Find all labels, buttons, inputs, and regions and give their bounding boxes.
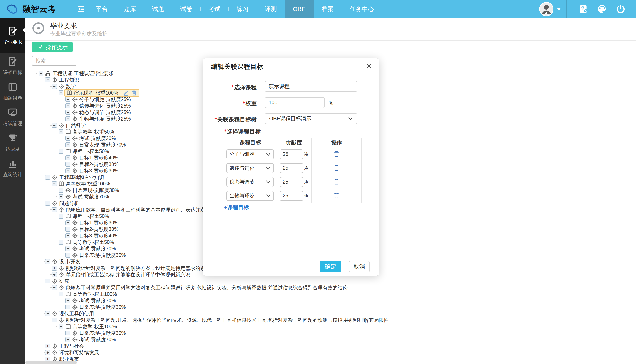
- tree-expander[interactable]: −: [65, 116, 70, 121]
- tree-expander[interactable]: +: [45, 357, 50, 362]
- tree-node-box[interactable]: 日常表现-贡献度70%: [71, 142, 127, 148]
- tree-node-box[interactable]: 设计/开发: [51, 258, 81, 265]
- tree-expander[interactable]: −: [65, 136, 70, 141]
- tree-node-box[interactable]: 目标2-贡献度30%: [71, 161, 119, 168]
- tree-expander[interactable]: −: [65, 97, 70, 102]
- tree-expander[interactable]: +: [52, 272, 57, 277]
- tree-expander[interactable]: −: [59, 240, 64, 244]
- tree-node-box[interactable]: 遗传与进化-贡献度25%: [71, 102, 132, 109]
- tree-node-box[interactable]: 目标1-贡献度40%: [71, 154, 119, 161]
- tree-node-box[interactable]: 考试-贡献度70%: [71, 336, 117, 343]
- contribution-input[interactable]: [280, 177, 303, 187]
- tree-expander[interactable]: −: [65, 337, 70, 342]
- tree-expander[interactable]: −: [52, 84, 57, 89]
- tree-node-box[interactable]: 能够针对复杂工程问题,开发、选择与使用恰当的技术、资源、现代工程工具和信息技术工…: [58, 317, 390, 323]
- tree-expander[interactable]: −: [52, 207, 57, 212]
- delete-row-trash-icon[interactable]: [333, 192, 340, 199]
- tree-expander[interactable]: −: [65, 156, 70, 160]
- tree-node-box[interactable]: 能够应用数学、自然科学和工程科学的基本原理识别、表达并通过文献: [58, 206, 221, 213]
- tree-expander[interactable]: −: [45, 78, 50, 82]
- nav-item[interactable]: OBE: [285, 0, 314, 18]
- tree-expander[interactable]: −: [45, 201, 50, 206]
- tree-node-box[interactable]: 课程一-权重50%: [64, 213, 110, 220]
- tree-expander[interactable]: −: [59, 292, 64, 296]
- tree-expander[interactable]: −: [45, 279, 50, 284]
- tree-node-box[interactable]: 日常表现-贡献度30%: [71, 252, 127, 258]
- tree-expander[interactable]: −: [65, 233, 70, 238]
- delete-row-trash-icon[interactable]: [333, 150, 340, 157]
- tree-expander[interactable]: −: [52, 285, 57, 290]
- contribution-input[interactable]: [280, 163, 303, 173]
- tree-expander[interactable]: −: [59, 214, 64, 218]
- tree-node-box[interactable]: 单元(部件)或工艺流程,并能够在设计环节中体现创新意识: [58, 272, 191, 278]
- weight-input[interactable]: [265, 97, 325, 108]
- tree-expander[interactable]: −: [59, 130, 64, 134]
- nav-item[interactable]: 平台: [88, 0, 116, 18]
- delete-row-trash-icon[interactable]: [333, 164, 340, 171]
- tree-expander[interactable]: −: [59, 188, 64, 192]
- avatar-caret-icon[interactable]: [557, 8, 561, 10]
- objective-select[interactable]: 生物与环境: [226, 191, 274, 201]
- objective-select[interactable]: 稳态与调节: [226, 177, 274, 187]
- objective-tree-select[interactable]: OBE课程目标演示: [265, 113, 357, 124]
- sidebar-item[interactable]: 课程目标: [0, 54, 25, 79]
- tree-node-box[interactable]: 能够设计针对复杂工程问题的解决方案，设计满足特定需求的系统: [58, 265, 211, 272]
- theme-palette-icon[interactable]: [597, 4, 607, 14]
- edit-pencil-icon[interactable]: [123, 90, 129, 96]
- contribution-input[interactable]: [280, 149, 303, 159]
- tree-node-box[interactable]: 稳态与调节-贡献度25%: [71, 109, 132, 116]
- tree-node-box[interactable]: 日常表现-贡献度30%: [64, 187, 120, 194]
- tree-expander[interactable]: −: [45, 311, 50, 316]
- power-logout-icon[interactable]: [616, 4, 625, 14]
- close-icon[interactable]: ✕: [364, 62, 374, 71]
- nav-item[interactable]: 任务中心: [342, 0, 382, 18]
- delete-row-trash-icon[interactable]: [333, 178, 340, 185]
- nav-item[interactable]: 考试: [200, 0, 228, 18]
- tree-search-input[interactable]: [32, 56, 76, 66]
- operation-tips-button[interactable]: 操作提示: [32, 42, 73, 52]
- tree-expander[interactable]: −: [59, 149, 64, 154]
- tree-node-box[interactable]: 目标3-贡献度30%: [71, 168, 119, 174]
- tree-expander[interactable]: −: [65, 298, 70, 303]
- sidebar-item[interactable]: 抽题组卷: [0, 79, 25, 104]
- tree-node-box[interactable]: 自然科学: [58, 122, 87, 128]
- tree-expander[interactable]: −: [45, 175, 50, 180]
- nav-item[interactable]: 评测: [257, 0, 285, 18]
- tree-node-box[interactable]: 环境和可持续发展: [51, 349, 100, 356]
- tree-node-box[interactable]: 工程基础和专业知识: [51, 174, 105, 180]
- tree-node-box[interactable]: 目标2-贡献度30%: [71, 226, 119, 232]
- tree-node-box[interactable]: 课程一-权重50%: [64, 148, 110, 154]
- tree-expander[interactable]: +: [52, 266, 57, 270]
- tree-node-box[interactable]: 分子与细胞-贡献度25%: [71, 96, 132, 102]
- tree-node-box[interactable]: 考试-贡献度70%: [71, 297, 117, 304]
- tree-expander[interactable]: −: [65, 305, 70, 310]
- contribution-input[interactable]: [280, 191, 303, 201]
- tree-expander[interactable]: −: [39, 71, 43, 76]
- tree-node-box[interactable]: 工程与社会: [51, 343, 85, 349]
- nav-item[interactable]: 练习: [228, 0, 257, 18]
- tree-node-box[interactable]: 日常表现-贡献度30%: [71, 330, 127, 336]
- tree-node-box[interactable]: 能够基于科学原理并采用科学方法对复杂工程问题进行研究,包括设计实验、分析与解释数…: [58, 284, 348, 291]
- tree-node-box[interactable]: 高等数学-权重100%: [58, 180, 111, 187]
- objective-select[interactable]: 分子与细胞: [226, 149, 274, 159]
- tree-node-box[interactable]: 目标3-贡献度40%: [71, 232, 119, 239]
- tree-expander[interactable]: −: [59, 324, 64, 329]
- tree-expander[interactable]: −: [65, 227, 70, 232]
- tree-expander[interactable]: −: [52, 318, 57, 322]
- tree-expander[interactable]: −: [65, 168, 70, 173]
- tree-expander[interactable]: −: [59, 194, 64, 199]
- course-input[interactable]: [265, 81, 357, 92]
- tree-expander[interactable]: −: [52, 123, 57, 128]
- tree-expander[interactable]: −: [65, 331, 70, 336]
- tree-node-box[interactable]: 研究: [51, 278, 70, 284]
- tree-node-box[interactable]: 数学: [58, 83, 77, 90]
- tree-node-box[interactable]: 考试-贡献度70%: [71, 246, 117, 252]
- sidebar-item[interactable]: 达成度: [0, 130, 25, 156]
- collapse-menu-icon[interactable]: [77, 5, 86, 14]
- tree-expander[interactable]: −: [45, 259, 50, 264]
- tree-node-box[interactable]: 高等数学-权重100%: [64, 323, 118, 330]
- tree-expander[interactable]: −: [52, 181, 57, 186]
- tree-expander[interactable]: −: [65, 142, 70, 147]
- tree-node-box[interactable]: 高等数学-权重50%: [64, 128, 115, 135]
- add-objective-link[interactable]: +课程目标: [224, 204, 249, 211]
